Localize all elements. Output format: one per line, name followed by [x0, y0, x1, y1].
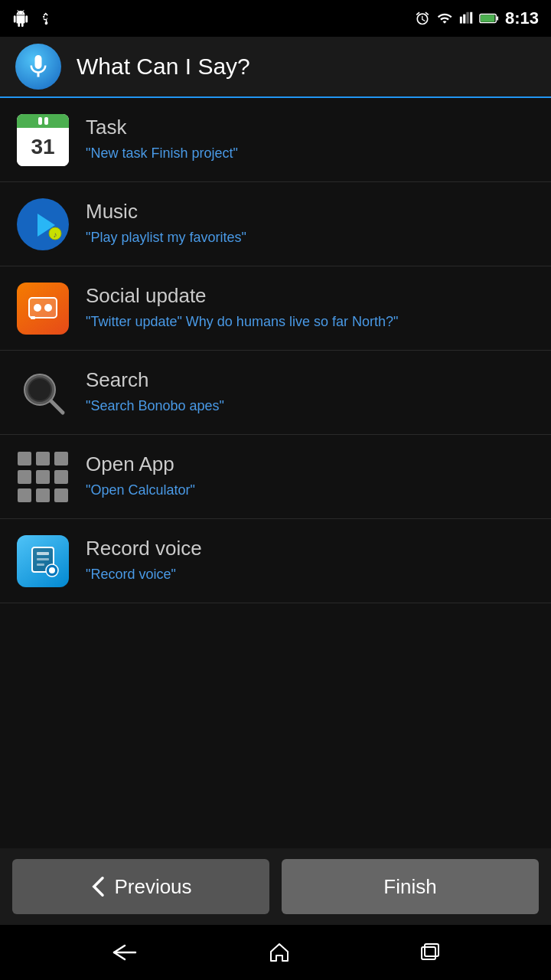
- svg-point-10: [44, 304, 52, 312]
- usb-icon: [38, 10, 52, 27]
- svg-rect-19: [37, 564, 44, 566]
- svg-rect-0: [470, 12, 472, 24]
- list-item[interactable]: 31 Task "New task Finish project": [0, 98, 551, 182]
- list-item[interactable]: ♪ Music "Play playlist my favorites": [0, 182, 551, 266]
- openapp-example: "Open Calculator": [86, 481, 536, 500]
- svg-rect-17: [37, 552, 49, 555]
- recents-button[interactable]: [419, 941, 442, 964]
- android-icon: [12, 10, 29, 27]
- svg-line-15: [51, 401, 63, 413]
- svg-rect-11: [31, 316, 35, 319]
- recordvoice-example: "Record voice": [86, 565, 536, 584]
- nav-bar: [0, 925, 551, 980]
- recordvoice-title: Record voice: [86, 537, 536, 560]
- signal-icon: [459, 11, 473, 26]
- search-text: Search "Search Bonobo apes": [86, 368, 536, 416]
- svg-rect-8: [29, 298, 57, 318]
- openapp-text: Open App "Open Calculator": [86, 452, 536, 500]
- svg-point-21: [49, 567, 55, 573]
- status-bar-left: [12, 10, 52, 27]
- music-example: "Play playlist my favorites": [86, 228, 536, 247]
- music-title: Music: [86, 200, 536, 224]
- search-example: "Search Bonobo apes": [86, 397, 536, 416]
- search-icon: [15, 365, 70, 420]
- svg-text:♪: ♪: [54, 230, 57, 239]
- list-item[interactable]: Search "Search Bonobo apes": [0, 351, 551, 435]
- finish-button[interactable]: Finish: [282, 859, 539, 914]
- music-icon: ♪: [15, 197, 70, 252]
- search-title: Search: [86, 368, 536, 392]
- recordvoice-icon: [15, 534, 70, 589]
- task-icon: 31: [15, 113, 70, 168]
- social-title: Social update: [86, 284, 536, 308]
- svg-point-9: [34, 304, 41, 312]
- svg-rect-22: [422, 947, 435, 959]
- svg-rect-2: [481, 15, 495, 21]
- list-item[interactable]: Social update "Twitter update" Why do hu…: [0, 266, 551, 351]
- mic-icon: [15, 44, 61, 90]
- task-text: Task "New task Finish project": [86, 116, 536, 163]
- svg-point-14: [29, 379, 51, 400]
- status-bar: 8:13: [0, 0, 551, 37]
- social-example: "Twitter update" Why do humans live so f…: [86, 312, 536, 332]
- previous-button[interactable]: Previous: [12, 859, 269, 914]
- svg-rect-18: [37, 558, 49, 560]
- social-text: Social update "Twitter update" Why do hu…: [86, 284, 536, 332]
- status-bar-right: 8:13: [415, 8, 539, 28]
- list-item[interactable]: Open App "Open Calculator": [0, 435, 551, 519]
- svg-rect-23: [425, 944, 439, 956]
- alarm-icon: [415, 11, 430, 26]
- svg-rect-3: [497, 16, 498, 21]
- bottom-buttons: Previous Finish: [0, 848, 551, 925]
- recordvoice-text: Record voice "Record voice": [86, 537, 536, 584]
- page-title: What Can I Say?: [77, 54, 250, 80]
- openapp-icon: [15, 449, 70, 505]
- task-example: "New task Finish project": [86, 144, 536, 163]
- chevron-left-icon: [90, 876, 105, 897]
- header: What Can I Say?: [0, 37, 551, 98]
- commands-list: 31 Task "New task Finish project" ♪ Musi…: [0, 98, 551, 848]
- social-icon: [15, 281, 70, 336]
- openapp-title: Open App: [86, 452, 536, 476]
- back-button[interactable]: [109, 941, 140, 964]
- battery-icon: [479, 11, 499, 26]
- wifi-icon: [436, 11, 453, 26]
- home-button[interactable]: [268, 941, 291, 964]
- list-item[interactable]: Record voice "Record voice": [0, 519, 551, 603]
- task-title: Task: [86, 116, 536, 139]
- music-text: Music "Play playlist my favorites": [86, 200, 536, 247]
- status-time: 8:13: [505, 8, 539, 28]
